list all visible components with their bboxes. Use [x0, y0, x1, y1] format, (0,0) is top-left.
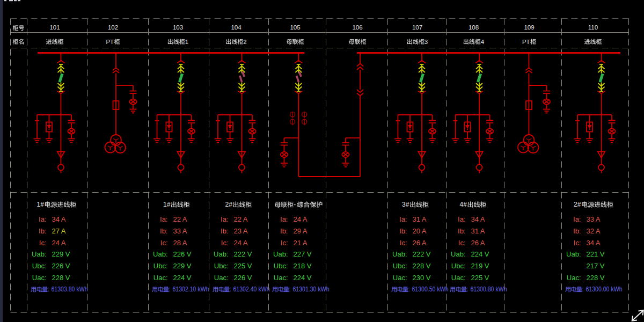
svg-text:Ic:: Ic:	[39, 239, 47, 247]
svg-text:Ib:: Ib:	[280, 227, 288, 235]
svg-text:24 A: 24 A	[52, 239, 66, 247]
svg-text:20 A: 20 A	[413, 227, 427, 235]
svg-text:Ia:: Ia:	[280, 215, 288, 223]
svg-text:Ubc:: Ubc:	[214, 262, 229, 270]
svg-text:Uab:: Uab:	[392, 250, 407, 258]
svg-text:Uab:: Uab:	[214, 250, 228, 258]
svg-text:224 V: 224 V	[471, 250, 489, 258]
svg-text:24 A: 24 A	[294, 215, 308, 223]
svg-text:102: 102	[108, 24, 118, 31]
svg-text:61300.50 kWh: 61300.50 kWh	[412, 286, 449, 293]
svg-text:Ic:: Ic:	[281, 239, 288, 247]
svg-text:Ic:: Ic:	[221, 239, 229, 247]
svg-text:104: 104	[231, 24, 241, 31]
svg-text:34 A: 34 A	[587, 239, 601, 247]
svg-text:229 V: 229 V	[52, 250, 70, 258]
svg-text:Ic:: Ic:	[160, 239, 168, 247]
svg-text:22 A: 22 A	[173, 215, 187, 223]
svg-text::: :	[230, 286, 231, 293]
svg-text:3: 3	[425, 39, 428, 45]
svg-text:34 A: 34 A	[471, 215, 485, 223]
svg-text::: :	[408, 286, 410, 293]
svg-text:228 V: 228 V	[587, 274, 605, 282]
svg-text:Ubc:: Ubc:	[274, 262, 288, 270]
svg-text:#: #	[463, 201, 467, 208]
svg-text:21 A: 21 A	[294, 239, 308, 247]
svg-text:228 V: 228 V	[52, 274, 70, 282]
svg-text:103: 103	[173, 24, 183, 31]
svg-text:219 V: 219 V	[471, 262, 489, 270]
svg-text:61300.80 kWh: 61300.80 kWh	[471, 286, 507, 293]
svg-text:Uac:: Uac:	[32, 274, 47, 282]
svg-text:224 V: 224 V	[173, 274, 192, 282]
svg-text:61302.40 kWh: 61302.40 kWh	[233, 286, 270, 293]
svg-text:Ia:: Ia:	[39, 215, 46, 223]
svg-text:Ib:: Ib:	[39, 227, 46, 235]
svg-text:33 A: 33 A	[173, 227, 187, 235]
svg-text:222 V: 222 V	[234, 250, 252, 258]
svg-text:24 A: 24 A	[234, 239, 248, 247]
svg-text:Ubc:: Ubc:	[451, 262, 466, 270]
svg-text:31 A: 31 A	[471, 227, 485, 235]
svg-text:217 V: 217 V	[587, 262, 605, 270]
svg-text:Uac:: Uac:	[153, 274, 168, 282]
svg-text:T: T	[526, 39, 530, 45]
svg-text:61301.30 kWh: 61301.30 kWh	[293, 286, 330, 293]
svg-text:-: -	[294, 201, 296, 208]
svg-text:#: #	[167, 201, 171, 208]
svg-text:1: 1	[185, 39, 188, 45]
svg-text:110: 110	[588, 24, 598, 31]
svg-text:#: #	[229, 201, 232, 208]
svg-text:109: 109	[524, 24, 534, 31]
svg-text:Uac:: Uac:	[393, 274, 407, 282]
svg-text:23 A: 23 A	[234, 227, 248, 235]
svg-text:105: 105	[290, 24, 300, 31]
svg-text:226 V: 226 V	[234, 274, 252, 282]
svg-text:Uab:: Uab:	[273, 250, 288, 258]
svg-text::: :	[582, 286, 584, 293]
svg-text::: :	[467, 286, 469, 293]
svg-text:Uab:: Uab:	[32, 250, 46, 258]
svg-text:27 A: 27 A	[52, 227, 66, 235]
svg-text:Ubc:: Ubc:	[153, 262, 168, 270]
svg-text:Uac:: Uac:	[567, 274, 581, 282]
svg-text:26 A: 26 A	[413, 239, 427, 247]
svg-text:227 V: 227 V	[294, 250, 312, 258]
svg-text:108: 108	[469, 24, 479, 31]
svg-text:33 A: 33 A	[587, 215, 601, 223]
svg-text:229 V: 229 V	[173, 262, 192, 270]
svg-text:230 V: 230 V	[413, 274, 431, 282]
svg-text:107: 107	[412, 24, 422, 31]
svg-text:225 V: 225 V	[234, 262, 252, 270]
svg-text:#: #	[40, 201, 44, 208]
svg-text:Ubc:: Ubc:	[32, 262, 47, 270]
svg-text:226 V: 226 V	[173, 250, 192, 258]
svg-text:61303.80 kWh: 61303.80 kWh	[52, 286, 88, 293]
svg-text:Ib:: Ib:	[221, 227, 228, 235]
svg-text:Ia:: Ia:	[399, 215, 407, 223]
svg-text:Ib:: Ib:	[399, 227, 407, 235]
svg-text::: :	[48, 286, 49, 293]
svg-text:61302.10 kWh: 61302.10 kWh	[173, 286, 209, 293]
svg-text:225 V: 225 V	[471, 274, 489, 282]
svg-text:Ia:: Ia:	[573, 215, 581, 223]
svg-text:Ubc:: Ubc:	[393, 262, 407, 270]
svg-text:#: #	[406, 201, 409, 208]
svg-text::: :	[289, 286, 291, 293]
svg-text:Ia:: Ia:	[221, 215, 228, 223]
svg-text::: :	[169, 286, 171, 293]
svg-text:106: 106	[352, 24, 362, 31]
svg-text:61300.00 kWh: 61300.00 kWh	[586, 286, 623, 293]
svg-text:101: 101	[49, 24, 60, 31]
svg-text:222 V: 222 V	[413, 250, 431, 258]
svg-text:Ic:: Ic:	[458, 239, 466, 247]
svg-text:Ic:: Ic:	[400, 239, 407, 247]
svg-text:221 V: 221 V	[587, 250, 605, 258]
svg-text:226 V: 226 V	[52, 262, 70, 270]
svg-text:Uac:: Uac:	[214, 274, 229, 282]
svg-text:Ic:: Ic:	[574, 239, 581, 247]
svg-text:34 A: 34 A	[52, 215, 66, 223]
svg-text:Ib:: Ib:	[573, 227, 581, 235]
svg-text:Uab:: Uab:	[153, 250, 167, 258]
svg-text:22 A: 22 A	[234, 215, 248, 223]
